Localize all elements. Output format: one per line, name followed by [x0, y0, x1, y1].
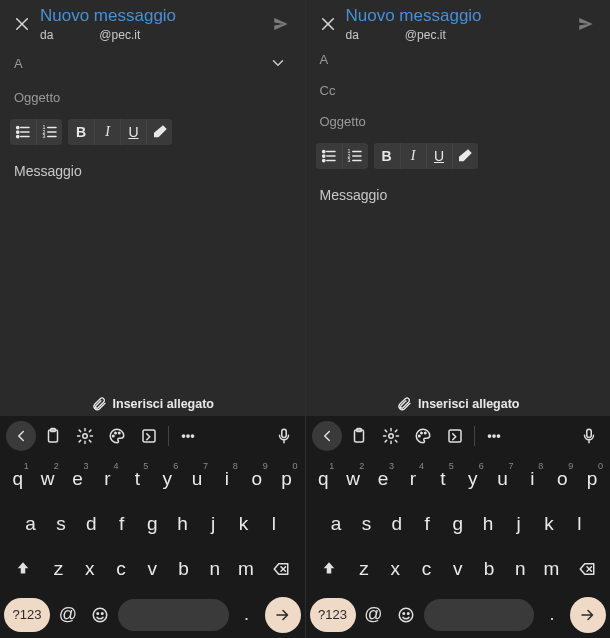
kbd-onehand-icon[interactable] — [440, 421, 470, 451]
underline-button[interactable]: U — [426, 143, 452, 169]
key-l[interactable]: l — [565, 504, 593, 544]
send-icon[interactable] — [267, 15, 295, 33]
key-u[interactable]: u7 — [489, 459, 517, 499]
emoji-key[interactable] — [392, 598, 420, 632]
cc-field[interactable]: Cc — [306, 75, 611, 106]
key-w[interactable]: w2 — [339, 459, 367, 499]
backspace-key[interactable] — [569, 560, 605, 578]
kbd-settings-icon[interactable] — [70, 421, 100, 451]
kbd-clipboard-icon[interactable] — [38, 421, 68, 451]
bold-button[interactable]: B — [68, 119, 94, 145]
key-a[interactable]: a — [16, 504, 44, 544]
subject-field[interactable]: Oggetto — [0, 82, 305, 113]
shift-key[interactable] — [5, 560, 41, 578]
key-d[interactable]: d — [383, 504, 411, 544]
key-e[interactable]: e3 — [369, 459, 397, 499]
clear-format-button[interactable] — [146, 119, 172, 145]
bold-button[interactable]: B — [374, 143, 400, 169]
key-e[interactable]: e3 — [64, 459, 92, 499]
at-key[interactable]: @ — [360, 598, 388, 632]
key-z[interactable]: z — [45, 549, 73, 589]
key-f[interactable]: f — [413, 504, 441, 544]
key-r[interactable]: r4 — [93, 459, 121, 499]
key-v[interactable]: v — [444, 549, 472, 589]
key-y[interactable]: y6 — [459, 459, 487, 499]
enter-key[interactable] — [265, 597, 301, 633]
key-p[interactable]: p0 — [273, 459, 301, 499]
symbols-key[interactable]: ?123 — [4, 598, 50, 632]
key-l[interactable]: l — [260, 504, 288, 544]
kbd-back-icon[interactable] — [312, 421, 342, 451]
key-h[interactable]: h — [169, 504, 197, 544]
space-key[interactable] — [424, 599, 535, 631]
key-f[interactable]: f — [108, 504, 136, 544]
italic-button[interactable]: I — [94, 119, 120, 145]
kbd-more-icon[interactable] — [479, 421, 509, 451]
key-z[interactable]: z — [350, 549, 378, 589]
clear-format-button[interactable] — [452, 143, 478, 169]
key-v[interactable]: v — [138, 549, 166, 589]
key-s[interactable]: s — [47, 504, 75, 544]
to-field[interactable]: A — [306, 44, 611, 75]
number-list-button[interactable]: 123 — [36, 119, 62, 145]
key-u[interactable]: u7 — [183, 459, 211, 499]
from-address[interactable]: @pec.it — [99, 28, 140, 42]
kbd-theme-icon[interactable] — [408, 421, 438, 451]
backspace-key[interactable] — [263, 560, 299, 578]
from-address[interactable]: @pec.it — [405, 28, 446, 42]
key-m[interactable]: m — [232, 549, 260, 589]
number-list-button[interactable]: 123 — [342, 143, 368, 169]
key-x[interactable]: x — [381, 549, 409, 589]
key-d[interactable]: d — [77, 504, 105, 544]
key-g[interactable]: g — [138, 504, 166, 544]
space-key[interactable] — [118, 599, 229, 631]
key-c[interactable]: c — [413, 549, 441, 589]
key-k[interactable]: k — [535, 504, 563, 544]
period-key[interactable]: . — [538, 598, 566, 632]
close-icon[interactable] — [10, 12, 34, 36]
key-o[interactable]: o9 — [243, 459, 271, 499]
send-icon[interactable] — [572, 15, 600, 33]
key-r[interactable]: r4 — [399, 459, 427, 499]
attach-button[interactable]: Inserisci allegato — [0, 396, 305, 412]
bullet-list-button[interactable] — [316, 143, 342, 169]
to-field[interactable]: A — [0, 44, 305, 82]
key-h[interactable]: h — [474, 504, 502, 544]
key-y[interactable]: y6 — [153, 459, 181, 499]
kbd-mic-icon[interactable] — [574, 421, 604, 451]
key-o[interactable]: o9 — [548, 459, 576, 499]
key-j[interactable]: j — [505, 504, 533, 544]
enter-key[interactable] — [570, 597, 606, 633]
key-g[interactable]: g — [444, 504, 472, 544]
close-icon[interactable] — [316, 12, 340, 36]
kbd-mic-icon[interactable] — [269, 421, 299, 451]
key-t[interactable]: t5 — [123, 459, 151, 499]
subject-field[interactable]: Oggetto — [306, 106, 611, 137]
key-t[interactable]: t5 — [429, 459, 457, 499]
underline-button[interactable]: U — [120, 119, 146, 145]
key-q[interactable]: q1 — [4, 459, 32, 499]
key-k[interactable]: k — [230, 504, 258, 544]
attach-button[interactable]: Inserisci allegato — [306, 396, 611, 412]
key-x[interactable]: x — [76, 549, 104, 589]
key-n[interactable]: n — [506, 549, 534, 589]
italic-button[interactable]: I — [400, 143, 426, 169]
key-c[interactable]: c — [107, 549, 135, 589]
key-i[interactable]: i8 — [213, 459, 241, 499]
kbd-theme-icon[interactable] — [102, 421, 132, 451]
kbd-settings-icon[interactable] — [376, 421, 406, 451]
expand-recipients-icon[interactable] — [265, 52, 291, 74]
kbd-back-icon[interactable] — [6, 421, 36, 451]
key-b[interactable]: b — [475, 549, 503, 589]
key-i[interactable]: i8 — [518, 459, 546, 499]
symbols-key[interactable]: ?123 — [310, 598, 356, 632]
shift-key[interactable] — [311, 560, 347, 578]
kbd-more-icon[interactable] — [173, 421, 203, 451]
bullet-list-button[interactable] — [10, 119, 36, 145]
key-p[interactable]: p0 — [578, 459, 606, 499]
key-m[interactable]: m — [538, 549, 566, 589]
kbd-clipboard-icon[interactable] — [344, 421, 374, 451]
key-b[interactable]: b — [170, 549, 198, 589]
key-j[interactable]: j — [199, 504, 227, 544]
at-key[interactable]: @ — [54, 598, 82, 632]
